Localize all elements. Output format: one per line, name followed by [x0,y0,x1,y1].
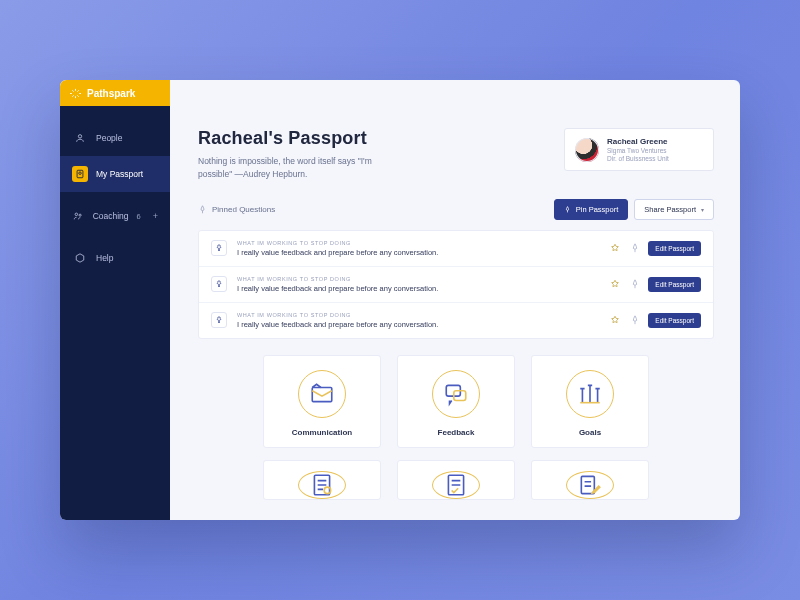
category-card[interactable] [263,460,381,500]
goals-icon [566,370,614,418]
pin-icon[interactable] [628,277,642,291]
share-passport-button[interactable]: Share Passport ▾ [634,199,714,220]
category-label: Feedback [438,428,475,437]
question-text: WHAT IM WORKING TO STOP DOING I really v… [237,276,598,293]
profile-role: Dir. of Buissness Unit [607,155,669,162]
edit-document-icon [566,471,614,499]
svg-point-3 [75,213,78,216]
question-kicker: WHAT IM WORKING TO STOP DOING [237,276,598,282]
profile-name: Racheal Greene [607,137,669,146]
edit-passport-button[interactable]: Edit Passport [648,241,701,256]
edit-passport-button[interactable]: Edit Passport [648,313,701,328]
pin-badge-icon [211,240,227,256]
sidebar-item-help[interactable]: Help [60,240,170,276]
chevron-down-icon: ▾ [701,206,704,213]
toolbar: Pinned Questions Pin Passport Share Pass… [198,199,714,220]
pin-icon[interactable] [628,241,642,255]
svg-point-2 [79,172,82,175]
pin-badge-icon [211,312,227,328]
row-actions: Edit Passport [608,313,701,328]
title-block: Racheal's Passport Nothing is impossible… [198,128,408,181]
sidebar-item-label: My Passport [96,169,143,179]
sidebar-item-label: People [96,133,122,143]
question-body: I really value feedback and prepare befo… [237,320,598,329]
document-icon [298,471,346,499]
pin-button-label: Pin Passport [576,205,619,214]
sidebar-item-my-passport[interactable]: My Passport [60,156,170,192]
coaching-count-badge: 6 [137,212,141,221]
pinned-question-row: WHAT IM WORKING TO STOP DOING I really v… [199,303,713,338]
spark-icon [70,88,81,99]
row-actions: Edit Passport [608,277,701,292]
category-cards: Communication Feedback Goals [198,355,714,448]
pinned-question-row: WHAT IM WORKING TO STOP DOING I really v… [199,267,713,303]
category-label: Goals [579,428,601,437]
pinned-questions-list: WHAT IM WORKING TO STOP DOING I really v… [198,230,714,339]
coaching-icon [72,208,85,224]
profile-company: Sigma Two Ventures [607,147,669,154]
pinned-label-text: Pinned Questions [212,205,275,214]
category-card-goals[interactable]: Goals [531,355,649,448]
pin-icon[interactable] [628,313,642,327]
plus-icon: + [153,211,158,221]
avatar [575,138,599,162]
feedback-icon [432,370,480,418]
svg-rect-11 [581,476,594,493]
pin-passport-button[interactable]: Pin Passport [554,199,629,220]
profile-card[interactable]: Racheal Greene Sigma Two Ventures Dir. o… [564,128,714,171]
question-kicker: WHAT IM WORKING TO STOP DOING [237,240,598,246]
edit-passport-button[interactable]: Edit Passport [648,277,701,292]
pinned-question-row: WHAT IM WORKING TO STOP DOING I really v… [199,231,713,267]
question-text: WHAT IM WORKING TO STOP DOING I really v… [237,240,598,257]
communication-icon [298,370,346,418]
question-kicker: WHAT IM WORKING TO STOP DOING [237,312,598,318]
category-card-feedback[interactable]: Feedback [397,355,515,448]
sidebar: People My Passport Coaching 6 + [60,106,170,520]
page-subtitle: Nothing is impossible, the word itself s… [198,155,408,181]
star-icon[interactable] [608,277,622,291]
category-cards-row-2 [198,460,714,500]
pinned-questions-label: Pinned Questions [198,205,275,214]
pin-icon [198,205,207,214]
profile-text: Racheal Greene Sigma Two Ventures Dir. o… [607,137,669,162]
category-card[interactable] [397,460,515,500]
main-content: Racheal's Passport Nothing is impossible… [170,106,740,520]
page-header: Racheal's Passport Nothing is impossible… [198,128,714,181]
question-text: WHAT IM WORKING TO STOP DOING I really v… [237,312,598,329]
page-title: Racheal's Passport [198,128,408,149]
brand-name: Pathspark [87,88,135,99]
star-icon[interactable] [608,241,622,255]
help-icon [72,250,88,266]
toolbar-buttons: Pin Passport Share Passport ▾ [554,199,714,220]
category-label: Communication [292,428,352,437]
document-check-icon [432,471,480,499]
sidebar-item-coaching[interactable]: Coaching 6 + [60,198,170,234]
svg-point-4 [79,214,81,216]
sidebar-item-label: Coaching [93,211,129,221]
passport-icon [72,166,88,182]
sidebar-item-people[interactable]: People [60,120,170,156]
category-card-communication[interactable]: Communication [263,355,381,448]
pin-badge-icon [211,276,227,292]
question-body: I really value feedback and prepare befo… [237,284,598,293]
app-window: Pathspark People My Passport Coaching [60,80,740,520]
row-actions: Edit Passport [608,241,701,256]
share-button-label: Share Passport [644,205,696,214]
app-body: People My Passport Coaching 6 + [60,106,740,520]
people-icon [72,130,88,146]
question-body: I really value feedback and prepare befo… [237,248,598,257]
sidebar-item-label: Help [96,253,113,263]
star-icon[interactable] [608,313,622,327]
category-card[interactable] [531,460,649,500]
svg-rect-5 [312,387,332,401]
brand-bar: Pathspark [60,80,170,106]
svg-point-0 [78,135,81,138]
pin-icon [564,206,571,213]
